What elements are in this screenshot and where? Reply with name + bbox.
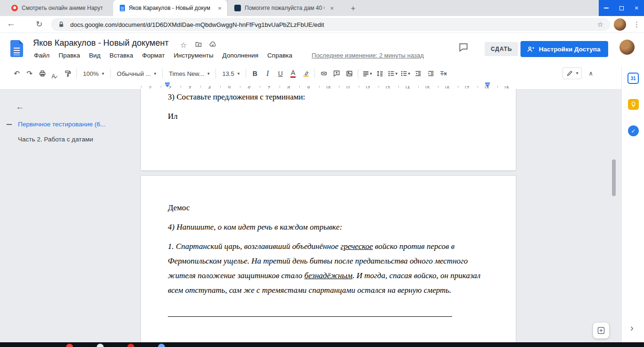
menu-help[interactable]: Справка [267, 52, 292, 59]
bulleted-list-button[interactable]: ▾ [399, 67, 412, 80]
pencil-icon [566, 70, 573, 77]
tab-close-icon[interactable]: × [216, 4, 223, 12]
highlight-button[interactable] [299, 67, 312, 80]
toolbar-separator [358, 69, 358, 78]
taskbar-app-icon[interactable] [127, 344, 134, 347]
document-page-2[interactable]: Демос 4) Напишите, о ком идет речь в каж… [140, 175, 516, 347]
bold-button[interactable]: B [248, 67, 261, 80]
address-bar[interactable]: docs.google.com/document/d/1D6DXMdIDae-m… [51, 18, 610, 31]
redo-button[interactable]: ↷ [23, 67, 36, 80]
vertical-scrollbar-thumb[interactable] [612, 159, 616, 196]
text-color-button[interactable]: A [287, 67, 299, 80]
align-button[interactable]: ▾ [361, 67, 373, 80]
taskbar-apps [66, 344, 165, 347]
indent-icon [427, 70, 435, 77]
browser-profile-avatar[interactable] [614, 18, 626, 31]
doc-answer-paragraph[interactable]: 1. Спартанский царь, возглавивший объеди… [168, 239, 487, 297]
decrease-indent-button[interactable] [412, 67, 424, 80]
right-indent-marker[interactable] [485, 83, 490, 87]
share-button[interactable]: Настройки Доступа [520, 41, 608, 57]
chevron-down-icon: ▾ [408, 72, 410, 76]
font-size-select[interactable]: 13.5▾ [218, 67, 243, 80]
left-indent-marker[interactable] [165, 83, 170, 87]
outline-active-dash [7, 124, 12, 125]
account-avatar[interactable] [619, 40, 635, 55]
doc-paragraph[interactable]: 3) Составьте предложения с терминами: [168, 90, 487, 104]
line-spacing-button[interactable] [373, 67, 386, 80]
insert-link-button[interactable] [317, 67, 330, 80]
document-title[interactable]: Яков Каракулов - Новый документ [33, 38, 169, 48]
clear-formatting-button[interactable]: Tx [437, 67, 450, 80]
browser-menu-icon[interactable]: ⋮ [633, 20, 640, 29]
font-select[interactable]: Times New...▾ [165, 67, 213, 80]
calendar-icon[interactable]: 31 [627, 73, 639, 84]
taskbar-app-icon[interactable] [97, 344, 104, 347]
star-document-icon[interactable]: ☆ [180, 41, 187, 50]
taskbar-app-icon[interactable] [66, 344, 73, 347]
outline-back-icon[interactable]: ← [16, 102, 24, 112]
document-page-1[interactable]: 3) Составьте предложения с терминами: Ил [140, 89, 516, 171]
undo-button[interactable]: ↶ [10, 67, 23, 80]
outline-item-active[interactable]: Первичное тестирование (6... [18, 121, 106, 128]
browser-tab-strip: Смотреть онлайн аниме Нарут Яков Каракул… [0, 0, 644, 16]
google-docs-logo[interactable] [10, 40, 23, 57]
hide-side-panel-chevron[interactable]: › [630, 322, 634, 333]
window-restore-button[interactable] [614, 0, 629, 16]
doc-paragraph[interactable]: Ил [168, 109, 487, 124]
numbered-list-button[interactable]: ▾ [386, 67, 399, 80]
refresh-icon[interactable]: ↻ [36, 19, 42, 29]
paint-format-button[interactable] [61, 67, 74, 80]
bulleted-list-icon [400, 70, 408, 77]
menu-addons[interactable]: Дополнения [223, 52, 258, 59]
doc-prompt[interactable]: 4) Напишите, о ком идет речь в каждом от… [168, 220, 487, 234]
menu-insert[interactable]: Вставка [109, 52, 133, 59]
menu-view[interactable]: Вид [89, 52, 100, 59]
align-left-icon [362, 70, 370, 77]
menu-tools[interactable]: Инструменты [173, 52, 213, 59]
browser-tab-docs-active[interactable]: Яков Каракулов - Новый докум × [113, 0, 227, 16]
explore-button[interactable] [593, 322, 609, 339]
new-tab-button[interactable]: + [348, 3, 358, 14]
restore-icon [619, 6, 624, 10]
menu-edit[interactable]: Правка [58, 52, 80, 59]
menu-file[interactable]: Файл [34, 52, 50, 59]
plus-box-icon [597, 326, 605, 335]
paragraph-style-select[interactable]: Обычный ...▾ [113, 67, 160, 80]
windows-taskbar [0, 342, 644, 347]
tab-close-icon[interactable]: × [328, 4, 336, 12]
back-icon[interactable]: ← [7, 18, 16, 29]
numbered-list-icon [388, 70, 395, 77]
comments-icon[interactable] [458, 42, 469, 52]
insert-image-button[interactable] [343, 67, 355, 80]
italic-button[interactable]: I [261, 67, 274, 80]
lock-icon [58, 21, 65, 28]
zoom-select[interactable]: 100%▾ [79, 67, 108, 80]
share-button-label: Настройки Доступа [539, 46, 600, 53]
keep-icon[interactable] [628, 99, 639, 110]
window-minimize-button[interactable] [599, 0, 614, 16]
last-edit-link[interactable]: Последнее изменение: 2 минуты назад [312, 52, 424, 59]
spellcheck-check: ✓ [54, 74, 58, 80]
url-text[interactable]: docs.google.com/document/d/1D6DXMdIDae-m… [70, 21, 597, 28]
print-button[interactable] [36, 67, 49, 80]
underline-button[interactable]: U [274, 67, 287, 80]
outline-item[interactable]: Часть 2. Работа с датами [18, 136, 93, 143]
window-close-button[interactable]: × [629, 0, 644, 16]
increase-indent-button[interactable] [424, 67, 437, 80]
tasks-icon[interactable]: ✓ [628, 125, 639, 136]
collapse-toolbar-button[interactable]: ∧ [588, 70, 593, 77]
submit-button[interactable]: СДАТЬ [485, 42, 518, 56]
move-folder-icon[interactable] [194, 41, 203, 48]
line-spacing-icon [376, 70, 384, 77]
font-size-value: 13.5 [222, 70, 234, 77]
browser-tab-anime[interactable]: Смотреть онлайн аниме Нарут [5, 0, 113, 16]
menu-format[interactable]: Формат [142, 52, 165, 59]
taskbar-app-icon[interactable] [158, 344, 165, 347]
bookmark-star-icon[interactable]: ☆ [597, 20, 603, 29]
add-comment-button[interactable] [330, 67, 343, 80]
cloud-status-icon[interactable] [208, 41, 217, 48]
editing-mode-button[interactable]: ▾ [562, 67, 582, 79]
browser-tab-znanija[interactable]: Помогите пожалуйста дам 40 б × [227, 0, 339, 16]
doc-heading[interactable]: Демос [168, 200, 487, 215]
spellcheck-button[interactable]: A✓ [49, 67, 61, 80]
